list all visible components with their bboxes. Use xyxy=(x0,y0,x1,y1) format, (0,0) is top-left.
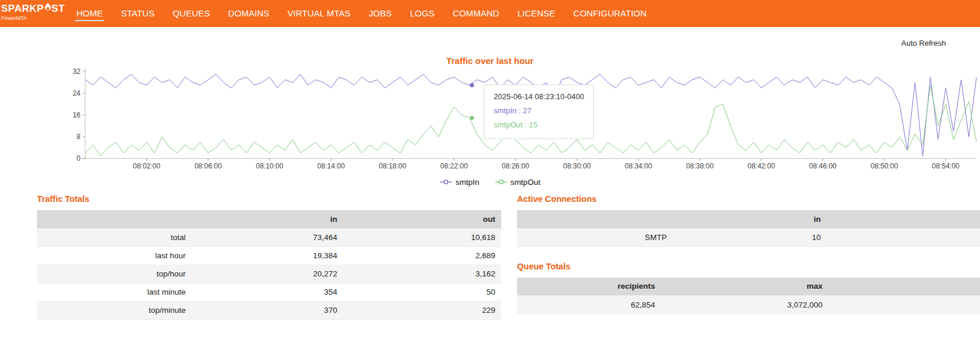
nav-item-jobs[interactable]: JOBS xyxy=(368,6,393,21)
main-nav: HOME STATUS QUEUES DOMAINS VIRTUAL MTAS … xyxy=(75,0,664,27)
column-header-blank xyxy=(37,210,192,228)
legend-label-smtpout: smtpOut xyxy=(511,178,541,187)
logo-subtitle: PowerMTA xyxy=(1,16,65,21)
auto-refresh-toggle[interactable]: Auto Refresh xyxy=(901,39,946,48)
svg-text:08:10:00: 08:10:00 xyxy=(256,162,284,170)
cell-in: 354 xyxy=(192,283,343,301)
svg-text:08:22:00: 08:22:00 xyxy=(440,162,468,170)
tooltip-smtpout-value: smtpOut : 15 xyxy=(494,120,584,129)
svg-text:8: 8 xyxy=(76,133,80,141)
column-header-in: in xyxy=(192,210,343,228)
svg-text:08:02:00: 08:02:00 xyxy=(133,162,160,170)
svg-text:08:26:00: 08:26:00 xyxy=(502,162,529,170)
active-connections-table: in SMTP 10 xyxy=(517,210,980,247)
svg-text:24: 24 xyxy=(73,89,81,97)
cell-max: 3,072,000 xyxy=(661,296,828,314)
svg-text:08:54:00: 08:54:00 xyxy=(932,162,959,170)
svg-text:08:50:00: 08:50:00 xyxy=(871,162,898,170)
nav-item-license[interactable]: LICENSE xyxy=(516,6,556,21)
svg-text:32: 32 xyxy=(73,67,81,76)
column-header-blank xyxy=(517,210,673,228)
svg-text:08:30:00: 08:30:00 xyxy=(563,162,591,170)
nav-item-logs[interactable]: LOGS xyxy=(409,6,436,21)
flame-icon xyxy=(45,3,51,13)
svg-text:08:46:00: 08:46:00 xyxy=(809,162,837,170)
row-label: last hour xyxy=(37,246,192,265)
nav-item-command[interactable]: COMMAND xyxy=(451,6,500,21)
cell-in: 10 xyxy=(673,228,827,246)
sparkpost-logo: SPARKP ST PowerMTA xyxy=(1,3,65,21)
queue-totals-table: recipients max 62,854 3,072,000 xyxy=(517,278,980,315)
chart-legend: smtpIn smtpOut xyxy=(0,177,980,187)
queue-totals-heading: Queue Totals xyxy=(517,262,980,271)
cell-in: 73,464 xyxy=(192,228,343,246)
cell-out: 3,162 xyxy=(343,265,501,283)
table-header-row: in out xyxy=(37,210,501,228)
smtpout-marker-icon xyxy=(495,178,508,185)
column-header-in: in xyxy=(673,210,827,228)
legend-item-smtpout: smtpOut xyxy=(495,178,541,187)
cell-out: 2,689 xyxy=(343,246,501,265)
table-row: total 73,464 10,618 xyxy=(37,228,501,246)
traffic-totals-section: Traffic Totals in out total 73,464 10,61… xyxy=(37,194,501,320)
table-row: last minute 354 50 xyxy=(37,283,501,301)
svg-text:08:34:00: 08:34:00 xyxy=(625,162,652,170)
table-header-row: in xyxy=(517,210,980,228)
row-label: SMTP xyxy=(517,228,673,246)
traffic-totals-heading: Traffic Totals xyxy=(37,194,501,204)
row-label: total xyxy=(37,228,192,246)
row-label: top/hour xyxy=(37,265,192,283)
table-row: 62,854 3,072,000 xyxy=(517,296,980,314)
table-row: top/minute 370 229 xyxy=(37,301,501,319)
nav-item-queues[interactable]: QUEUES xyxy=(172,6,211,21)
cell-recipients: 62,854 xyxy=(517,296,661,314)
active-connections-heading: Active Connections xyxy=(517,194,980,204)
column-header-max: max xyxy=(661,278,828,296)
chart-tooltip: 2025-06-14 08:23:10-0400 smtpIn : 27 smt… xyxy=(484,85,594,139)
logo-text-left: SPARKP xyxy=(1,4,44,13)
nav-item-home[interactable]: HOME xyxy=(75,6,104,21)
cell-out: 10,618 xyxy=(343,228,501,246)
row-label: top/minute xyxy=(37,301,192,319)
column-header-recipients: recipients xyxy=(517,278,661,296)
legend-label-smtpin: smtpIn xyxy=(455,178,479,187)
svg-text:0: 0 xyxy=(76,154,80,163)
svg-text:08:06:00: 08:06:00 xyxy=(194,162,222,170)
svg-text:08:14:00: 08:14:00 xyxy=(317,162,345,170)
nav-item-status[interactable]: STATUS xyxy=(120,6,156,21)
row-label: last minute xyxy=(37,283,192,301)
cell-in: 370 xyxy=(192,301,343,319)
nav-item-virtual-mtas[interactable]: VIRTUAL MTAS xyxy=(286,6,351,21)
cell-in: 20,272 xyxy=(192,265,343,283)
column-header-out: out xyxy=(343,210,501,228)
svg-text:08:42:00: 08:42:00 xyxy=(747,162,775,170)
cell-out: 50 xyxy=(343,283,501,301)
column-header-cut xyxy=(827,210,980,228)
cell-cut xyxy=(827,228,980,246)
legend-item-smtpin: smtpIn xyxy=(439,178,479,187)
smtpin-marker-icon xyxy=(439,178,452,185)
cell-out: 229 xyxy=(343,301,501,319)
chart-title: Traffic over last hour xyxy=(0,56,980,66)
table-header-row: recipients max xyxy=(517,278,980,296)
column-header-cut xyxy=(828,278,980,296)
table-row: SMTP 10 xyxy=(517,228,980,246)
table-row: top/hour 20,272 3,162 xyxy=(37,265,501,283)
logo-text-right: ST xyxy=(52,4,65,13)
right-column: Active Connections in SMTP 10 Queue Tota… xyxy=(517,194,980,314)
nav-item-domains[interactable]: DOMAINS xyxy=(227,6,270,21)
top-nav-bar: SPARKP ST PowerMTA HOME STATUS QUEUES DO… xyxy=(0,0,980,27)
table-row: last hour 19,384 2,689 xyxy=(37,246,501,265)
cell-in: 19,384 xyxy=(192,246,343,265)
svg-text:08:38:00: 08:38:00 xyxy=(686,162,714,170)
traffic-totals-table: in out total 73,464 10,618 last hour 19,… xyxy=(37,210,501,320)
cell-cut xyxy=(828,296,980,314)
tooltip-timestamp: 2025-06-14 08:23:10-0400 xyxy=(494,92,584,101)
nav-item-configuration[interactable]: CONFIGURATION xyxy=(572,6,648,21)
svg-text:08:18:00: 08:18:00 xyxy=(379,162,407,170)
tooltip-smtpin-value: smtpIn : 27 xyxy=(494,106,584,115)
svg-text:16: 16 xyxy=(73,111,81,119)
